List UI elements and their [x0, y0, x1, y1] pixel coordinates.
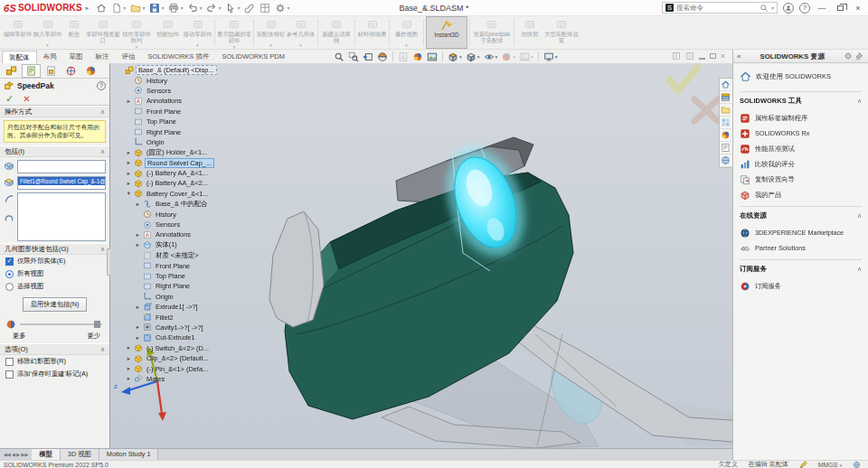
expand-arrow-icon[interactable]: ▸	[126, 159, 132, 166]
menu-undo-button[interactable]: ▾	[185, 1, 203, 14]
hud-view-settings-button[interactable]: ▾	[542, 51, 559, 62]
tree-row[interactable]: Front Plane	[113, 107, 274, 117]
ribbon-Instant3D-button[interactable]: Instant3D	[426, 16, 467, 49]
include-selection-box[interactable]: Fillet1@Round Swivel Cap_&-1@	[17, 176, 106, 190]
menu-home-button[interactable]	[94, 1, 108, 14]
tab-评估[interactable]: 评估	[116, 51, 142, 63]
ribbon-新建运动算例-button[interactable]: 新建运动算例	[320, 16, 353, 49]
menu-expand-arrow-icon[interactable]: ▸	[86, 5, 90, 12]
hud-dynamic-annotation-button[interactable]: A	[397, 51, 410, 62]
hud-edit-appearance-button[interactable]	[411, 51, 424, 62]
task-pane-link[interactable]: 我的产品	[740, 187, 862, 202]
tree-row[interactable]: ▸ 实体(1)	[113, 240, 274, 250]
enable-quick-include-button[interactable]: 启用快速包括(N)	[23, 297, 88, 312]
task-pane-tab-file-explorer[interactable]	[720, 104, 731, 117]
tree-row[interactable]: ▸ Base_& 中的配合	[113, 199, 274, 209]
pin-icon[interactable]	[855, 51, 864, 61]
section-message-header[interactable]: 操作方式∧	[0, 106, 109, 117]
expand-arrow-icon[interactable]: ▸	[126, 344, 132, 351]
doc-tab-3D 视图[interactable]: 3D 视图	[61, 449, 99, 460]
expand-arrow-icon[interactable]: ▸	[126, 365, 132, 372]
menu-options-button[interactable]: ▾	[273, 1, 291, 14]
task-pane-link[interactable]: 复制设置向导	[740, 172, 862, 187]
hud-zoom-fit-button[interactable]	[333, 51, 345, 62]
ribbon-拍快照-button[interactable]: 拍快照	[516, 16, 543, 49]
tree-row[interactable]: ▸ (固定) Holder_&<1...	[113, 147, 274, 157]
menu-rebuild-button[interactable]	[242, 1, 257, 14]
close-button[interactable]: ×	[852, 3, 864, 14]
tree-row[interactable]: ▸ (-) Battery AA_&<1...	[113, 168, 274, 178]
section-options-header[interactable]: 选项(O)∧	[0, 343, 109, 355]
expand-arrow-icon[interactable]: ▸	[135, 334, 141, 342]
rebuild-mark-checkbox[interactable]	[5, 370, 14, 379]
tree-row[interactable]: 材质 <未指定>	[113, 250, 274, 260]
tree-row[interactable]: Top Plane	[113, 271, 274, 281]
tree-row[interactable]: History	[113, 75, 274, 85]
task-pane-link[interactable]: 订阅服务	[740, 278, 862, 294]
tab-草图[interactable]: 草图	[63, 51, 90, 63]
tree-row[interactable]: ▸ AAnnotations	[113, 96, 274, 106]
ribbon-插入零部件-button[interactable]: 插入零部件▾	[33, 16, 62, 49]
hud-display-style-button[interactable]: ▾	[465, 51, 481, 62]
collapse-pane-icon[interactable]: «	[737, 52, 741, 61]
ribbon-配合-button[interactable]: 配合	[62, 16, 86, 49]
tree-row[interactable]: ▸ Clip_&<2> (Default...	[113, 353, 274, 363]
previous-document-icon[interactable]	[672, 51, 681, 61]
graphics-area[interactable]: z Base_& (Default) <Disp... History Sens…	[110, 63, 732, 448]
tree-row[interactable]: Sensors	[113, 220, 274, 229]
external-only-checkbox[interactable]: ✓	[5, 257, 14, 266]
tree-row[interactable]: Front Plane	[113, 260, 274, 270]
tree-row[interactable]: Sensors	[113, 86, 274, 96]
cancel-button[interactable]: ✕	[23, 94, 30, 104]
tree-row[interactable]: Origin	[113, 137, 274, 147]
hud-previous-view-button[interactable]	[362, 51, 374, 62]
tree-row[interactable]: ▸ Round Swivel Cap_...	[113, 158, 274, 168]
section-include-header[interactable]: 包括(I)∧	[0, 145, 109, 157]
tab-SOLIDWORKS PDM[interactable]: SOLIDWORKS PDM	[215, 51, 291, 63]
expand-arrow-icon[interactable]: ▸	[126, 149, 132, 156]
doc-close-icon[interactable]: ×	[721, 52, 725, 61]
pane-options-gear-icon[interactable]	[844, 51, 853, 61]
ribbon-爆炸视图-button[interactable]: 爆炸视图▾	[392, 16, 421, 49]
ribbon-参考几何体-button[interactable]: 参考几何体▾	[286, 16, 316, 49]
restore-button[interactable]	[834, 3, 846, 14]
manager-tab-pm-pm[interactable]	[22, 64, 41, 78]
login-icon[interactable]	[783, 3, 794, 14]
ribbon-大型装配体设置-button[interactable]: 大型装配体设置	[543, 16, 580, 49]
task-pane-tab-design-library[interactable]	[720, 91, 731, 104]
hud-apply-scene-button[interactable]	[426, 51, 439, 62]
slider-handle[interactable]	[94, 321, 100, 328]
ribbon-材料明细表-button[interactable]: 材料明细表	[357, 16, 387, 49]
menu-print-button[interactable]: ▾	[166, 1, 184, 14]
ribbon-编辑零部件-button[interactable]: 编辑零部件	[3, 16, 33, 49]
menu-file-properties-button[interactable]	[258, 1, 272, 14]
quick-include-selection-box[interactable]	[17, 192, 106, 241]
command-search[interactable]: S ▾	[662, 2, 778, 14]
tree-row[interactable]: ▸ Mates	[113, 374, 274, 384]
tree-row[interactable]: ▸ Extrude1[ ->?]	[113, 302, 274, 312]
ribbon-装配体特征-button[interactable]: 装配体特征▾	[256, 16, 286, 49]
section-quick-include-header[interactable]: 几何图形快速包括(G)∧	[0, 243, 109, 255]
tree-row[interactable]: ▸ (-) Pin_&<1> (Defa...	[113, 363, 274, 373]
expand-arrow-icon[interactable]: ▸	[135, 323, 141, 331]
doc-tab-Motion Study 1[interactable]: Motion Study 1	[99, 449, 159, 460]
ribbon-智能扣件-button[interactable]: 智能扣件	[153, 16, 183, 49]
menu-select-button[interactable]: ▾	[223, 1, 241, 14]
tab-SOLIDWORKS 插件[interactable]: SOLIDWORKS 插件	[142, 51, 216, 63]
manager-tab-pm-disp[interactable]	[81, 64, 100, 78]
expand-arrow-icon[interactable]: ▸	[135, 304, 141, 311]
ok-button[interactable]: ✓	[5, 93, 14, 105]
tree-row[interactable]: ▸ (-) Battery AA_&<2...	[113, 178, 274, 188]
tree-row[interactable]: ▸ Cut-Extrude1	[113, 332, 274, 342]
tree-row[interactable]: ▸ AAnnotations	[113, 229, 274, 239]
task-pane-link[interactable]: 性能基准测试	[740, 141, 862, 156]
hud-hide-show-items-button[interactable]: ▾	[483, 51, 499, 62]
expand-arrow-icon[interactable]: ▸	[135, 231, 141, 239]
task-pane-tab-resources-home[interactable]	[720, 79, 731, 91]
menu-save-button[interactable]: ▾	[147, 1, 165, 14]
task-pane-link[interactable]: SOLIDWORKS Rx	[740, 126, 862, 141]
tags-globe-icon[interactable]	[853, 461, 861, 468]
expand-arrow-icon[interactable]: ▸	[135, 241, 141, 248]
hud-section-view-button[interactable]	[376, 51, 389, 62]
tab-布局[interactable]: 布局	[37, 51, 63, 63]
